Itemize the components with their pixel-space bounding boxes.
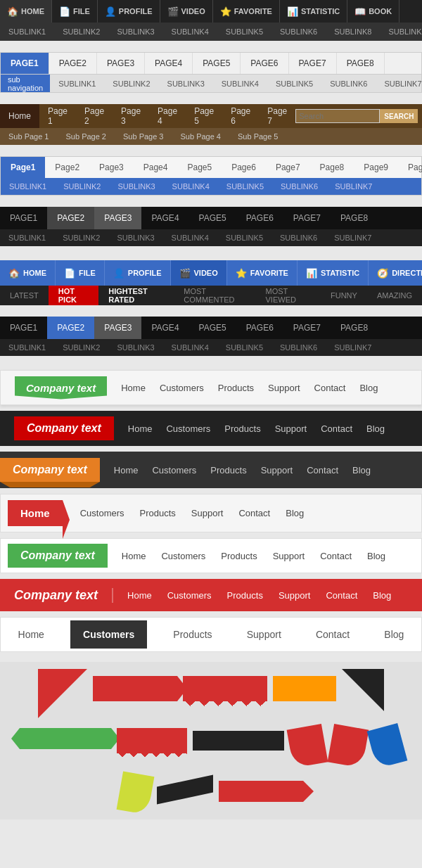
ribbon5-blog[interactable]: Blog (367, 551, 385, 561)
nav1-sub-7[interactable]: SUBLINK8 (326, 23, 380, 41)
ribbon4-contact[interactable]: Contact (238, 508, 270, 518)
nav6-video[interactable]: 🎬VIDEO (171, 260, 227, 286)
ribbon7-support[interactable]: Support (238, 629, 290, 640)
ribbon6-contact[interactable]: Contact (326, 590, 357, 601)
nav2-sub-6[interactable]: SUBLINK6 (321, 75, 376, 92)
nav4-page6[interactable]: Page6 (222, 157, 266, 178)
nav7-page8[interactable]: PAGE8 (331, 317, 378, 339)
nav6-hightest[interactable]: HIGHTEST RATED (98, 286, 174, 305)
nav4-sub-1[interactable]: SUBLINK1 (1, 178, 55, 195)
nav1-book[interactable]: 📖BOOK (347, 0, 399, 23)
nav7-page5[interactable]: PAGE5 (189, 317, 236, 339)
ribbon3-home[interactable]: Home (114, 465, 139, 476)
nav2-sub-1[interactable]: SUBLINK1 (50, 75, 104, 92)
nav5-page4[interactable]: PAGE4 (141, 207, 188, 229)
nav5-page3[interactable]: PAGE3 (94, 207, 141, 229)
nav6-amazing[interactable]: AMAZING (367, 286, 422, 305)
nav6-file[interactable]: 📄FILE (56, 260, 105, 286)
ribbon6-customers[interactable]: Customers (167, 590, 212, 601)
ribbon2-blog[interactable]: Blog (366, 423, 385, 434)
nav1-home[interactable]: 🏠HOME (0, 0, 52, 23)
ribbon7-contact[interactable]: Contact (307, 629, 358, 640)
ribbon5-support[interactable]: Support (273, 551, 305, 561)
nav4-sub-7[interactable]: SUBLINK7 (326, 178, 381, 195)
nav2-sub-2[interactable]: SUBLINK2 (104, 75, 158, 92)
nav3-sub-4[interactable]: Sub Page 4 (172, 128, 230, 145)
nav2-page1[interactable]: PAGE1 (1, 53, 49, 74)
ribbon4-support[interactable]: Support (191, 508, 224, 518)
nav7-page3[interactable]: PAGE3 (94, 317, 141, 339)
nav5-page2[interactable]: PAGE2 (47, 207, 94, 229)
nav1-sub-1[interactable]: SUBLINK1 (0, 23, 54, 41)
ribbon2-support[interactable]: Support (275, 423, 307, 434)
nav3-sub-2[interactable]: Sub Page 2 (58, 128, 115, 145)
nav2-sub-7[interactable]: SUBLINK7 (376, 75, 422, 92)
nav2-sub-4[interactable]: SUBLINK4 (213, 75, 267, 92)
nav6-latest[interactable]: LATEST (0, 286, 49, 305)
nav3-page1[interactable]: Page 1 (39, 104, 76, 128)
nav4-sub-5[interactable]: SUBLINK5 (218, 178, 272, 195)
nav1-sub-4[interactable]: SUBLINK4 (163, 23, 217, 41)
ribbon3-customers[interactable]: Customers (152, 465, 196, 476)
nav2-sub-3[interactable]: SUBLINK3 (159, 75, 213, 92)
nav4-sub-6[interactable]: SUBLINK6 (272, 178, 326, 195)
nav7-sub-3[interactable]: SUBLINK3 (108, 339, 162, 356)
nav2-page6[interactable]: PAGE6 (241, 53, 288, 74)
nav2-page5[interactable]: PAGE5 (193, 53, 241, 74)
nav6-home[interactable]: 🏠HOME (0, 260, 56, 286)
ribbon7-home[interactable]: Home (10, 629, 53, 640)
nav7-sub-2[interactable]: SUBLINK2 (54, 339, 108, 356)
nav5-sub-1[interactable]: SUBLINK1 (0, 229, 54, 246)
nav2-page2[interactable]: PAGE2 (49, 53, 97, 74)
ribbon1-contact[interactable]: Contact (314, 383, 346, 393)
nav4-page9[interactable]: Page9 (354, 157, 398, 178)
nav5-sub-5[interactable]: SUBLINK5 (217, 229, 271, 246)
nav5-page8[interactable]: PAGE8 (331, 207, 378, 229)
ribbon3-blog[interactable]: Blog (352, 465, 371, 476)
ribbon5-contact[interactable]: Contact (320, 551, 352, 561)
nav7-sub-1[interactable]: SUBLINK1 (0, 339, 54, 356)
nav3-home[interactable]: Home (0, 104, 39, 128)
nav1-sub-2[interactable]: SUBLINK2 (54, 23, 108, 41)
nav5-sub-3[interactable]: SUBLINK3 (108, 229, 162, 246)
nav3-page7[interactable]: Page 7 (259, 104, 295, 128)
nav5-page1[interactable]: PAGE1 (0, 207, 47, 229)
ribbon5-products[interactable]: Products (221, 551, 257, 561)
nav3-page2[interactable]: Page 2 (76, 104, 113, 128)
nav6-profile[interactable]: 👤PROFILE (105, 260, 171, 286)
nav1-sub-6[interactable]: SUBLINK6 (271, 23, 326, 41)
ribbon1-support[interactable]: Support (268, 383, 300, 393)
nav3-search-button[interactable]: SEARCH (380, 109, 418, 123)
nav4-page5[interactable]: Page5 (177, 157, 222, 178)
nav1-file[interactable]: 📄FILE (52, 0, 98, 23)
ribbon7-customers[interactable]: Customers (70, 620, 147, 649)
nav5-page5[interactable]: PAGE5 (189, 207, 236, 229)
ribbon1-products[interactable]: Products (218, 383, 254, 393)
nav2-page4[interactable]: PAGE4 (145, 53, 193, 74)
ribbon5-customers[interactable]: Customers (161, 551, 205, 561)
nav4-sub-4[interactable]: SUBLINK4 (164, 178, 218, 195)
ribbon1-customers[interactable]: Customers (160, 383, 204, 393)
nav5-page7[interactable]: PAGE7 (283, 207, 331, 229)
nav5-sub-4[interactable]: SUBLINK4 (163, 229, 217, 246)
nav6-hotpick[interactable]: HOT PICK (49, 286, 98, 305)
ribbon4-products[interactable]: Products (140, 508, 176, 518)
nav4-page8[interactable]: Page8 (310, 157, 354, 178)
nav2-sub-5[interactable]: SUBLINK5 (267, 75, 321, 92)
nav7-sub-6[interactable]: SUBLINK6 (271, 339, 326, 356)
ribbon6-support[interactable]: Support (279, 590, 311, 601)
nav7-sub-4[interactable]: SUBLINK4 (163, 339, 217, 356)
nav1-favorite[interactable]: ⭐FAVORITE (213, 0, 280, 23)
nav6-viewed[interactable]: MOST VIEWED (256, 286, 321, 305)
nav7-sub-5[interactable]: SUBLINK5 (217, 339, 271, 356)
ribbon1-blog[interactable]: Blog (359, 383, 378, 393)
nav3-page3[interactable]: Page 3 (113, 104, 149, 128)
nav4-page4[interactable]: Page4 (134, 157, 178, 178)
nav7-page1[interactable]: PAGE1 (0, 317, 47, 339)
ribbon2-home[interactable]: Home (128, 423, 153, 434)
ribbon2-contact[interactable]: Contact (321, 423, 352, 434)
nav3-page6[interactable]: Page 6 (222, 104, 259, 128)
nav3-sub-5[interactable]: Sub Page 5 (229, 128, 287, 145)
nav1-sub-8[interactable]: SUBLINK9 (380, 23, 422, 41)
ribbon2-products[interactable]: Products (224, 423, 260, 434)
